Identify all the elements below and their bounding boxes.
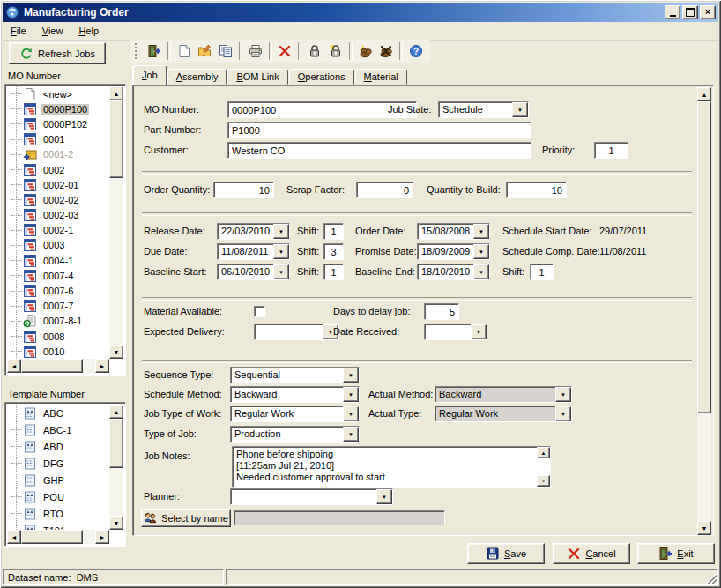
unlock-job-button[interactable] xyxy=(325,41,346,61)
scroll-up-button[interactable]: ▲ xyxy=(109,405,123,419)
customer-input[interactable] xyxy=(227,142,531,159)
mo-tree-vscrollbar[interactable]: ▲ ▼ xyxy=(109,86,123,359)
mo-item-0007-4[interactable]: 0007-4 xyxy=(7,268,109,283)
scroll-down-button[interactable]: ▼ xyxy=(109,516,123,530)
mo-item-0002[interactable]: 0002 xyxy=(7,162,109,177)
menu-help[interactable]: Help xyxy=(71,24,107,38)
scroll-down-button[interactable]: ▼ xyxy=(697,521,711,535)
promise-date-picker[interactable]: 18/09/2009 xyxy=(417,243,490,260)
scroll-thumb[interactable] xyxy=(697,101,711,413)
cancel-button[interactable]: Cancel xyxy=(553,543,630,564)
save-button[interactable]: Save xyxy=(467,543,545,564)
scroll-left-button[interactable]: ◄ xyxy=(7,530,21,544)
template-item-abc-1[interactable]: ABC-1 xyxy=(7,421,109,438)
mo-item-0002-03[interactable]: 0002-03 xyxy=(7,208,109,223)
chevron-down-icon[interactable] xyxy=(473,264,489,279)
schedule-method-select[interactable]: Backward xyxy=(230,386,360,403)
scroll-right-button[interactable]: ► xyxy=(95,359,109,373)
help-button[interactable] xyxy=(405,41,427,61)
expected-delivery-picker[interactable] xyxy=(254,324,339,340)
chevron-down-icon[interactable] xyxy=(343,387,359,402)
template-item-rto[interactable]: RTO xyxy=(7,505,109,522)
exit-button[interactable]: Exit xyxy=(637,543,715,564)
chevron-down-icon[interactable] xyxy=(273,224,289,239)
tab-bom-link[interactable]: BOM Link xyxy=(227,69,287,85)
copy-job-button[interactable] xyxy=(215,41,236,61)
select-by-name-button[interactable]: Select by name xyxy=(141,509,231,527)
tab-assembly[interactable]: Assembly xyxy=(167,69,227,85)
scroll-thumb[interactable] xyxy=(21,530,83,544)
menu-file[interactable]: File xyxy=(3,24,34,38)
scroll-up-button[interactable]: ▲ xyxy=(697,87,711,101)
close-button[interactable]: × xyxy=(700,5,716,19)
minimize-button[interactable] xyxy=(665,5,680,19)
hold-job-button[interactable] xyxy=(355,41,376,61)
tab-operations[interactable]: Operations xyxy=(289,69,354,85)
release-shift-input[interactable] xyxy=(323,223,344,240)
days-to-delay-input[interactable] xyxy=(424,303,459,320)
mo-item-0008[interactable]: 0008 xyxy=(7,329,109,344)
scroll-down-button[interactable]: ▼ xyxy=(109,345,123,359)
chevron-down-icon[interactable] xyxy=(376,489,392,504)
mo-tree-hscrollbar[interactable]: ◄ ► xyxy=(7,359,109,373)
material-available-checkbox[interactable] xyxy=(254,306,265,317)
template-item-dfg[interactable]: DFG xyxy=(7,455,109,472)
scroll-right-button[interactable]: ► xyxy=(95,530,109,544)
planner-select[interactable] xyxy=(230,488,393,505)
chevron-down-icon[interactable] xyxy=(473,244,489,259)
mo-item-0010[interactable]: 0010 xyxy=(7,344,109,359)
exit-button[interactable] xyxy=(144,41,165,61)
remove-hold-button[interactable] xyxy=(376,41,398,61)
schedule-shift-input[interactable] xyxy=(530,264,554,280)
resize-grip[interactable] xyxy=(705,572,717,584)
notes-scroll-down-button[interactable]: ▼ xyxy=(537,475,550,487)
mo-item-0007-7[interactable]: 0007-7 xyxy=(7,299,109,314)
type-of-job-select[interactable]: Production xyxy=(230,426,360,443)
date-received-picker[interactable] xyxy=(424,324,487,340)
order-quantity-input[interactable] xyxy=(213,182,274,198)
scroll-left-button[interactable]: ◄ xyxy=(7,359,21,373)
template-item-abd[interactable]: ABD xyxy=(7,438,109,455)
chevron-down-icon[interactable] xyxy=(343,406,359,421)
chevron-down-icon[interactable] xyxy=(471,324,487,339)
mo-item-0002-01[interactable]: 0002-01 xyxy=(7,177,109,192)
job-state-select[interactable]: Schedule xyxy=(438,101,529,118)
lock-job-button[interactable] xyxy=(304,41,325,61)
template-item-ghp[interactable]: GHP xyxy=(7,472,109,488)
scroll-thumb[interactable] xyxy=(21,359,83,373)
edit-job-button[interactable] xyxy=(194,41,215,61)
order-date-picker[interactable]: 15/08/2008 xyxy=(417,223,490,240)
tab-material[interactable]: Material xyxy=(355,69,407,85)
quantity-to-build-input[interactable] xyxy=(506,182,567,198)
mo-item-0001[interactable]: 0001 xyxy=(7,132,109,147)
scroll-up-button[interactable]: ▲ xyxy=(109,86,123,100)
scrap-factor-input[interactable] xyxy=(356,182,413,198)
new-job-button[interactable] xyxy=(174,41,195,61)
panel-vscrollbar[interactable]: ▲ ▼ xyxy=(697,87,711,535)
chevron-down-icon[interactable] xyxy=(273,264,289,279)
refresh-jobs-button[interactable]: Refresh Jobs xyxy=(9,42,106,64)
baseline-shift-input[interactable] xyxy=(323,264,344,280)
chevron-down-icon[interactable] xyxy=(512,102,528,117)
mo-item-0002-02[interactable]: 0002-02 xyxy=(7,192,109,207)
tab-job[interactable]: Job xyxy=(133,65,167,85)
sequence-type-select[interactable]: Sequential xyxy=(230,367,360,383)
mo-item-new[interactable]: <new> xyxy=(7,86,109,101)
template-tree-vscrollbar[interactable]: ▲ ▼ xyxy=(109,405,123,530)
chevron-down-icon[interactable] xyxy=(343,368,359,383)
maximize-button[interactable] xyxy=(682,5,698,19)
chevron-down-icon[interactable] xyxy=(273,244,289,259)
baseline-start-picker[interactable]: 06/10/2010 xyxy=(217,264,290,280)
job-notes-textarea[interactable] xyxy=(232,446,551,488)
template-item-abc[interactable]: ABC xyxy=(7,405,109,421)
template-tree-hscrollbar[interactable]: ◄ ► xyxy=(7,530,109,544)
part-number-input[interactable] xyxy=(227,122,531,138)
mo-item-0007-8-1[interactable]: 0007-8-1 xyxy=(7,314,109,329)
mo-item-0003[interactable]: 0003 xyxy=(7,238,109,253)
scroll-thumb[interactable] xyxy=(109,419,123,468)
job-type-of-work-select[interactable]: Regular Work xyxy=(230,406,360,422)
release-date-picker[interactable]: 22/03/2010 xyxy=(217,223,290,240)
template-item-t101[interactable]: T101 xyxy=(7,522,109,530)
mo-item-0002-1[interactable]: 0002-1 xyxy=(7,223,109,238)
mo-item-0001-2[interactable]: 0001-2 xyxy=(7,147,109,162)
